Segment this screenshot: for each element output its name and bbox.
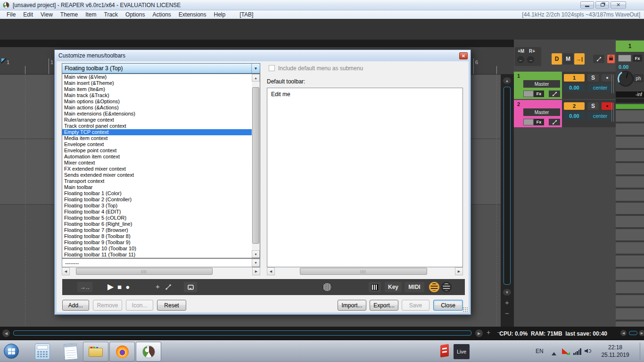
track-name[interactable]: Master bbox=[523, 108, 560, 116]
nav-left-icon[interactable]: ← bbox=[517, 56, 524, 63]
chevron-down-icon[interactable]: ▼ bbox=[251, 64, 260, 73]
lock-button[interactable] bbox=[607, 55, 615, 63]
import-button[interactable]: Import... bbox=[338, 300, 366, 311]
save-button[interactable]: Save bbox=[402, 300, 429, 311]
route-number-button[interactable]: 2 bbox=[564, 102, 585, 110]
fx-button[interactable]: Fx bbox=[633, 55, 642, 62]
dock-d-button[interactable]: D bbox=[552, 53, 562, 65]
scroll-down-icon[interactable]: ▼ bbox=[252, 259, 260, 267]
menu-item[interactable]: Theme bbox=[57, 11, 82, 18]
pan-value[interactable]: center bbox=[587, 112, 613, 120]
midi-button[interactable]: MIDI bbox=[405, 282, 424, 292]
fx-slot[interactable] bbox=[523, 119, 534, 125]
menu-item[interactable]: Actions bbox=[149, 11, 174, 18]
dropdown-option[interactable]: Main extensions (E&xtensions) bbox=[62, 111, 252, 117]
list-menu-icon[interactable] bbox=[441, 282, 452, 292]
fx-button[interactable]: Fx bbox=[534, 90, 544, 97]
hscroll-right-icon[interactable]: ▶ bbox=[475, 329, 483, 337]
export-button[interactable]: Export... bbox=[370, 300, 398, 311]
mixer-scroll-right-icon[interactable]: ▶ bbox=[639, 330, 644, 336]
left-hscrollbar[interactable]: ◀ ▶ bbox=[62, 267, 260, 275]
menu-item[interactable]: View bbox=[37, 11, 57, 18]
volume-value[interactable]: 0.00 bbox=[564, 112, 585, 120]
menu-item[interactable]: Extensions bbox=[175, 11, 210, 18]
signal-bars-icon[interactable] bbox=[573, 348, 581, 355]
separator-item[interactable]: -------- bbox=[65, 260, 79, 266]
mixer-scroll-left-icon[interactable]: ◀ bbox=[620, 330, 627, 336]
calculator-icon[interactable] bbox=[35, 344, 50, 360]
key-button[interactable]: Key bbox=[385, 282, 402, 292]
dropdown-option[interactable]: Empty TCP context bbox=[62, 129, 252, 135]
restore-button[interactable] bbox=[595, 1, 609, 8]
menu-item[interactable]: Options bbox=[122, 11, 149, 18]
track-name[interactable]: Master bbox=[523, 80, 560, 88]
vscroll-thumb[interactable] bbox=[504, 87, 511, 285]
dropdown-option[interactable]: Ruler/arrange context bbox=[62, 117, 252, 123]
default-toolbar-listbox[interactable]: Edit me bbox=[267, 88, 463, 267]
menu-item[interactable]: File bbox=[3, 11, 19, 18]
close-button[interactable]: ✕ bbox=[611, 1, 626, 8]
add-button[interactable]: Add... bbox=[62, 300, 89, 311]
window-titlebar[interactable]: [unsaved project] - REAPER v6.0rc1/x64 -… bbox=[0, 0, 644, 10]
nav-right-icon[interactable]: → bbox=[527, 56, 534, 63]
dropdown-option[interactable]: Track control panel context bbox=[62, 123, 252, 129]
scroll-right-icon[interactable]: ▶ bbox=[455, 267, 463, 275]
icon-button[interactable]: Icon... bbox=[126, 300, 153, 311]
fx-slot[interactable] bbox=[523, 90, 534, 97]
dropdown-option[interactable]: Sends extended mixer context bbox=[62, 172, 252, 178]
dock-end-button[interactable]: →| bbox=[574, 53, 585, 65]
network-status-icon[interactable] bbox=[562, 347, 570, 355]
notepad-icon[interactable] bbox=[64, 343, 78, 360]
routing-button[interactable] bbox=[549, 90, 560, 97]
ableton-live-icon[interactable]: Live bbox=[454, 344, 470, 359]
zoom-in-icon[interactable]: + bbox=[505, 298, 509, 306]
taskbar-explorer-button[interactable] bbox=[83, 342, 108, 362]
dropdown-option[interactable]: Main track (&Track) bbox=[62, 92, 252, 99]
hzoom-in-icon[interactable]: + bbox=[487, 329, 490, 336]
arrange-vscrollbar[interactable]: ▲ ▼ + − bbox=[501, 74, 514, 327]
pan-knob[interactable] bbox=[616, 69, 636, 89]
dropdown-vscrollbar[interactable]: ▲ ▼ bbox=[252, 74, 260, 258]
fx-button[interactable]: Fx bbox=[534, 119, 544, 125]
edit-cursor-marker[interactable] bbox=[1, 58, 7, 64]
dropdown-option[interactable]: Automation item context bbox=[62, 154, 252, 160]
add-marker-icon[interactable]: + bbox=[156, 282, 160, 290]
volume-icon[interactable] bbox=[585, 349, 588, 353]
dropdown-option[interactable]: Floating toolbar 1 (Color) bbox=[62, 190, 252, 197]
menu-item[interactable]: Item bbox=[82, 11, 100, 18]
dropdown-option[interactable]: Main options (&Options) bbox=[62, 99, 252, 105]
hscroll-thumb[interactable] bbox=[76, 268, 213, 275]
close-dialog-button[interactable]: Close bbox=[433, 300, 463, 311]
toolbar-menu-icon[interactable] bbox=[429, 282, 439, 292]
hscroll-thumb[interactable] bbox=[13, 330, 471, 336]
dropdown-option[interactable]: Floating toolbar 6 (Right_line) bbox=[62, 221, 252, 227]
dropdown-option[interactable]: Transport context bbox=[62, 178, 252, 184]
dialog-titlebar[interactable]: Customize menus/toolbars bbox=[55, 50, 471, 61]
dropdown-option[interactable]: Media item context bbox=[62, 135, 252, 141]
show-desktop-divider[interactable] bbox=[640, 343, 640, 361]
scroll-up-icon[interactable]: ▲ bbox=[252, 74, 260, 82]
dropdown-option[interactable]: Floating toolbar 11 (Toolbar 11) bbox=[62, 252, 252, 258]
mixer-track-number[interactable]: 1 bbox=[616, 41, 644, 52]
dropdown-option[interactable]: FX extended mixer context bbox=[62, 166, 252, 172]
fx-slot[interactable] bbox=[618, 55, 631, 62]
hscroll-left-icon[interactable]: ◀ bbox=[2, 329, 10, 337]
hscroll-thumb[interactable] bbox=[300, 268, 427, 275]
tray-expand-icon[interactable] bbox=[552, 350, 556, 355]
dropdown-option[interactable]: Floating toolbar 2 (Controller) bbox=[62, 197, 252, 203]
virtual-keyboard-button[interactable] bbox=[369, 282, 381, 292]
dropdown-option[interactable]: Floating toolbar 9 (Toolbar 9) bbox=[62, 239, 252, 246]
menu-item[interactable]: Edit bbox=[19, 11, 37, 18]
phase-button[interactable]: ph bbox=[634, 74, 643, 82]
scroll-left-icon[interactable]: ◀ bbox=[62, 267, 70, 275]
scroll-down-icon[interactable]: ▼ bbox=[252, 250, 260, 258]
scroll-down-icon[interactable]: ▼ bbox=[503, 289, 511, 296]
dropdown-option[interactable]: Floating toolbar 3 (Top) bbox=[62, 203, 252, 209]
dropdown-option[interactable]: Floating toolbar 10 (Toolbar 10) bbox=[62, 246, 252, 252]
dropdown-option[interactable]: Mixer context bbox=[62, 160, 252, 166]
scroll-left-icon[interactable]: ◀ bbox=[267, 267, 275, 275]
scroll-up-icon[interactable]: ▲ bbox=[503, 77, 511, 84]
dropdown-option[interactable]: Envelope point context bbox=[62, 148, 252, 154]
dropdown-option[interactable]: Main item (Ite&m) bbox=[62, 86, 252, 92]
dropdown-option[interactable]: Main view (&View) bbox=[62, 74, 252, 80]
